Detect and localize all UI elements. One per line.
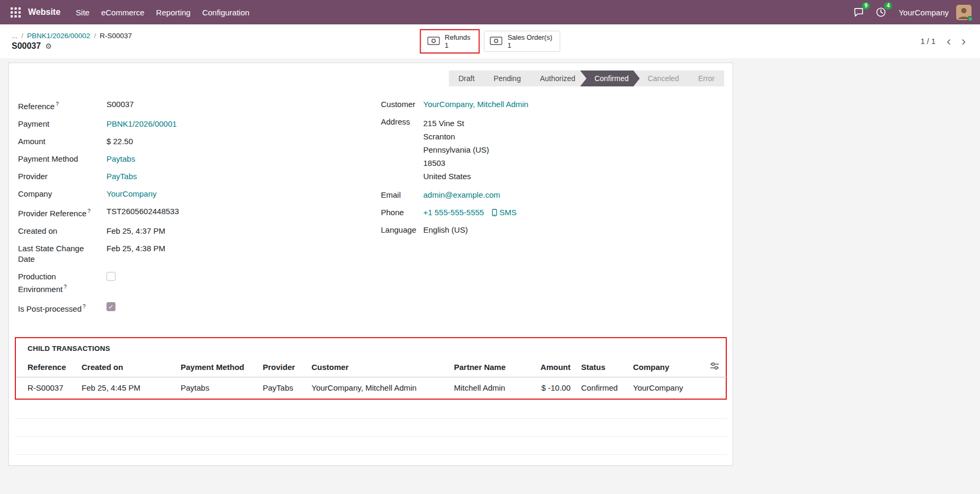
help-icon: ? (56, 101, 59, 107)
column-payment-method[interactable]: Payment Method (175, 357, 257, 377)
money-icon (427, 36, 440, 47)
user-avatar[interactable] (956, 5, 972, 20)
gear-icon[interactable]: ⚙ (45, 42, 52, 50)
breadcrumb-parent-link[interactable]: PBNK1/2026/00002 (27, 32, 90, 40)
help-icon: ? (83, 304, 86, 310)
top-navbar: Website Site eCommerce Reporting Configu… (0, 0, 980, 24)
provider-link[interactable]: PayTabs (106, 171, 137, 182)
address-value: 215 Vine St Scranton Pennsylvania (US) 1… (423, 117, 489, 183)
field-language: Language English (US) (381, 225, 723, 235)
sales-orders-button[interactable]: Sales Order(s) 1 (484, 31, 560, 52)
menu-ecommerce[interactable]: eCommerce (95, 2, 150, 23)
app-name[interactable]: Website (28, 7, 60, 17)
menu-site[interactable]: Site (70, 2, 95, 23)
column-partner-name[interactable]: Partner Name (449, 357, 528, 377)
form-left-column: Reference? S00037 Payment PBNK1/2026/000… (18, 99, 381, 321)
menu-configuration[interactable]: Configuration (197, 2, 255, 23)
status-bar: Draft Pending Authorized Confirmed Cance… (9, 63, 733, 86)
refunds-button-label: Refunds (445, 33, 470, 41)
child-transactions-table: Reference Created on Payment Method Prov… (16, 357, 727, 399)
column-provider[interactable]: Provider (257, 357, 306, 377)
cell-customer: YourCompany, Mitchell Admin (306, 377, 449, 399)
cell-created-on: Feb 25, 4:45 PM (76, 377, 175, 399)
stat-buttons: Refunds 1 Sales Order(s) 1 (420, 29, 560, 54)
field-payment-method: Payment Method Paytabs (18, 154, 381, 164)
status-step-canceled[interactable]: Canceled (634, 70, 691, 86)
field-amount: Amount $ 22.50 (18, 136, 381, 147)
column-reference[interactable]: Reference (16, 357, 76, 377)
form-sheet: Draft Pending Authorized Confirmed Cance… (8, 63, 733, 466)
table-row[interactable]: R-S00037 Feb 25, 4:45 PM Paytabs PayTabs… (16, 377, 727, 399)
column-customer[interactable]: Customer (306, 357, 449, 377)
messages-icon[interactable]: 9 (853, 6, 865, 18)
sms-button[interactable]: SMS (492, 207, 517, 218)
column-status[interactable]: Status (576, 357, 628, 377)
field-email: Email admin@example.com (381, 190, 723, 200)
field-production-environment: Production Environment? ✓ (18, 271, 381, 295)
company-switcher[interactable]: YourCompany (898, 8, 949, 17)
money-icon (490, 36, 503, 47)
email-link[interactable]: admin@example.com (423, 190, 500, 200)
provider-reference-value: TST2605602448533 (106, 206, 179, 217)
is-post-processed-checkbox[interactable]: ✓ (106, 302, 115, 311)
field-phone: Phone +1 555-555-5555 SMS (381, 207, 723, 218)
breadcrumb: ... / PBNK1/2026/00002 / R-S00037 (12, 32, 132, 40)
empty-row (15, 437, 727, 455)
refunds-button-count: 1 (445, 41, 449, 49)
breadcrumb-separator: / (21, 32, 23, 40)
cell-company: YourCompany (628, 377, 700, 399)
pager-previous-icon[interactable]: ‹ (942, 36, 956, 47)
messages-badge: 9 (862, 2, 870, 10)
sales-orders-button-label: Sales Order(s) (507, 33, 553, 41)
menu-reporting[interactable]: Reporting (150, 2, 197, 23)
cell-status: Confirmed (576, 377, 628, 399)
payment-link[interactable]: PBNK1/2026/00001 (106, 119, 177, 129)
pager: 1 / 1 ‹ › (921, 36, 970, 47)
cell-reference: R-S00037 (16, 377, 76, 399)
production-environment-checkbox[interactable]: ✓ (106, 272, 115, 281)
company-link[interactable]: YourCompany (106, 189, 157, 199)
control-panel: ... / PBNK1/2026/00002 / R-S00037 S00037… (0, 24, 980, 58)
field-provider-reference: Provider Reference? TST2605602448533 (18, 206, 381, 219)
empty-row (15, 419, 727, 437)
sms-icon (492, 209, 497, 216)
status-step-authorized[interactable]: Authorized (525, 70, 587, 86)
field-company: Company YourCompany (18, 189, 381, 199)
field-customer: Customer YourCompany, Mitchell Admin (381, 99, 723, 110)
reference-value: S00037 (106, 99, 134, 110)
top-menu: Site eCommerce Reporting Configuration (70, 2, 255, 23)
payment-method-link[interactable]: Paytabs (106, 154, 135, 164)
column-company[interactable]: Company (628, 357, 700, 377)
column-amount[interactable]: Amount (528, 357, 576, 377)
field-payment: Payment PBNK1/2026/00001 (18, 119, 381, 129)
breadcrumb-ellipsis[interactable]: ... (12, 32, 17, 40)
field-is-post-processed: Is Post-processed? ✓ (18, 302, 381, 314)
phone-link[interactable]: +1 555-555-5555 (423, 207, 484, 218)
cell-partner-name: Mitchell Admin (449, 377, 528, 399)
field-last-state-change-date: Last State Change Date Feb 25, 4:38 PM (18, 243, 381, 264)
customer-link[interactable]: YourCompany, Mitchell Admin (423, 99, 528, 110)
annotation-refunds-highlight: Refunds 1 (420, 29, 480, 54)
status-step-draft[interactable]: Draft (449, 70, 486, 86)
created-on-value: Feb 25, 4:37 PM (106, 226, 165, 236)
field-created-on: Created on Feb 25, 4:37 PM (18, 226, 381, 236)
optional-columns-button[interactable] (700, 357, 727, 377)
pager-next-icon[interactable]: › (957, 36, 970, 47)
help-icon: ? (87, 208, 91, 214)
breadcrumb-separator: / (94, 32, 96, 40)
status-step-pending[interactable]: Pending (479, 70, 532, 86)
field-address: Address 215 Vine St Scranton Pennsylvani… (381, 117, 723, 183)
column-created-on[interactable]: Created on (76, 357, 175, 377)
sliders-icon (710, 362, 719, 371)
systray: 9 4 YourCompany (842, 5, 972, 20)
apps-grid-icon[interactable] (8, 5, 23, 20)
status-step-confirmed[interactable]: Confirmed (580, 70, 640, 86)
field-provider: Provider PayTabs (18, 171, 381, 182)
child-transactions-section: CHILD TRANSACTIONS Reference Created on … (15, 337, 727, 400)
cell-provider: PayTabs (257, 377, 306, 399)
empty-row (15, 401, 727, 419)
page-title: S00037 (12, 41, 41, 51)
refunds-button[interactable]: Refunds 1 (422, 31, 478, 52)
activities-icon[interactable]: 4 (875, 6, 887, 18)
cell-payment-method: Paytabs (175, 377, 257, 399)
